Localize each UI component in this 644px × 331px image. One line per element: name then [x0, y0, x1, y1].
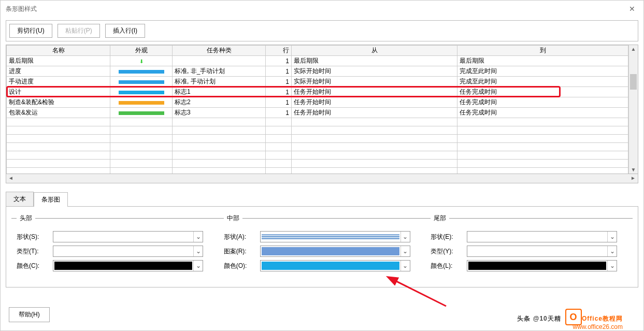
legend-head: 头部	[17, 214, 35, 223]
combo-tail-shape[interactable]: ⌄	[467, 231, 617, 242]
table-row[interactable]: 手动进度标准, 手动计划1实际开始时间完成至此时间	[7, 77, 628, 87]
help-button[interactable]: 帮助(H)	[9, 307, 50, 322]
table-row[interactable]	[7, 143, 628, 151]
watermark-url: www.office26.com	[573, 323, 623, 330]
col-header-to[interactable]: 到	[457, 46, 628, 56]
vertical-scrollbar[interactable]: ▲ ▼	[628, 45, 638, 174]
label-head-shape: 形状(S):	[17, 233, 53, 241]
scroll-left-icon[interactable]: ◄	[8, 175, 13, 181]
chevron-down-icon[interactable]: ⌄	[607, 261, 617, 271]
chevron-down-icon[interactable]: ⌄	[607, 246, 617, 256]
chevron-down-icon[interactable]: ⌄	[607, 232, 617, 242]
col-header-from[interactable]: 从	[292, 46, 457, 56]
table-row[interactable]	[7, 135, 628, 143]
chevron-down-icon[interactable]: ⌄	[193, 232, 203, 242]
arrow-down-icon: ⬇	[139, 59, 144, 64]
scroll-down-icon[interactable]: ▼	[629, 167, 638, 172]
col-header-name[interactable]: 名称	[7, 46, 110, 56]
legend-mid: 中部	[224, 214, 242, 223]
label-tail-color: 颜色(L):	[431, 262, 467, 270]
bar-styles-dialog: 条形图样式 ✕ 剪切行(U) 粘贴行(P) 插入行(I) 名称 外观 任务种类 …	[0, 0, 644, 331]
group-mid: 中部 形状(A): ⌄ 图案(R): ⌄ 颜色(O): ⌄	[219, 214, 426, 275]
dialog-footer: 帮助(H)	[9, 307, 50, 322]
bar-swatch	[119, 80, 164, 84]
table-row[interactable]: 设计标志11任务开始时间任务完成时间	[7, 87, 628, 97]
table-row[interactable]	[7, 118, 628, 126]
label-mid-color: 颜色(O):	[224, 262, 260, 270]
bar-swatch	[119, 91, 164, 94]
paste-row-button: 粘贴行(P)	[58, 24, 100, 38]
col-header-row[interactable]: 行	[266, 46, 292, 56]
toolbar: 剪切行(U) 粘贴行(P) 插入行(I)	[6, 20, 638, 41]
table-row[interactable]: 制造&装配&检验标志21任务开始时间任务完成时间	[7, 97, 628, 108]
label-tail-shape: 形状(E):	[431, 233, 467, 241]
group-head: 头部 形状(S): ⌄ 类型(T): ⌄ 颜色(C): ⌄	[11, 214, 219, 275]
table-row[interactable]	[7, 151, 628, 160]
tab-panel-bar: 头部 形状(S): ⌄ 类型(T): ⌄ 颜色(C): ⌄ 中部 形状(A): …	[6, 206, 638, 287]
insert-row-button[interactable]: 插入行(I)	[105, 24, 145, 38]
styles-grid-container: 名称 外观 任务种类 行 从 到 最后期限⬇1最后期限最后期限进度标准, 非_手…	[6, 45, 638, 174]
bar-swatch	[119, 101, 164, 105]
scroll-right-icon[interactable]: ►	[631, 175, 636, 181]
chevron-down-icon[interactable]: ⌄	[193, 246, 203, 256]
scroll-thumb[interactable]	[630, 74, 637, 90]
chevron-down-icon[interactable]: ⌄	[400, 232, 410, 242]
combo-mid-shape[interactable]: ⌄	[260, 231, 410, 242]
group-tail: 尾部 形状(E): ⌄ 类型(Y): ⌄ 颜色(L): ⌄	[425, 214, 633, 275]
label-head-type: 类型(T):	[17, 247, 53, 256]
combo-mid-color[interactable]: ⌄	[260, 260, 410, 271]
bar-swatch	[119, 70, 164, 74]
table-row[interactable]: 最后期限⬇1最后期限最后期限	[7, 56, 628, 66]
tab-text[interactable]: 文本	[6, 192, 34, 206]
col-header-type[interactable]: 任务种类	[173, 46, 266, 56]
table-row[interactable]	[7, 168, 628, 174]
combo-head-color[interactable]: ⌄	[53, 260, 203, 271]
cut-row-button[interactable]: 剪切行(U)	[9, 24, 52, 38]
col-header-appearance[interactable]: 外观	[110, 46, 173, 56]
horizontal-scrollbar[interactable]: ◄ ►	[6, 174, 638, 183]
titlebar: 条形图样式 ✕	[1, 1, 643, 17]
combo-head-type[interactable]: ⌄	[53, 246, 203, 257]
label-mid-shape: 形状(A):	[224, 233, 260, 241]
chevron-down-icon[interactable]: ⌄	[193, 261, 203, 271]
table-row[interactable]	[7, 160, 628, 168]
combo-head-shape[interactable]: ⌄	[53, 231, 203, 242]
legend-tail: 尾部	[431, 214, 449, 223]
label-mid-pattern: 图案(R):	[224, 247, 260, 256]
close-icon[interactable]: ✕	[626, 1, 638, 17]
detail-tabs: 文本 条形图	[6, 192, 638, 206]
styles-grid[interactable]: 名称 外观 任务种类 行 从 到 最后期限⬇1最后期限最后期限进度标准, 非_手…	[6, 45, 628, 174]
bar-swatch	[119, 111, 164, 115]
table-row[interactable]: 包装&发运标志31任务开始时间任务完成时间	[7, 108, 628, 118]
scroll-up-icon[interactable]: ▲	[629, 46, 638, 52]
label-tail-type: 类型(Y):	[431, 247, 467, 256]
combo-tail-type[interactable]: ⌄	[467, 246, 617, 257]
chevron-down-icon[interactable]: ⌄	[400, 261, 410, 271]
tab-bar[interactable]: 条形图	[34, 192, 68, 207]
chevron-down-icon[interactable]: ⌄	[400, 246, 410, 256]
dialog-title: 条形图样式	[6, 1, 37, 17]
label-head-color: 颜色(C):	[17, 262, 53, 270]
table-row[interactable]: 进度标准, 非_手动计划1实际开始时间完成至此时间	[7, 66, 628, 77]
combo-tail-color[interactable]: ⌄	[467, 260, 617, 271]
combo-mid-pattern[interactable]: ⌄	[260, 246, 410, 257]
table-row[interactable]	[7, 126, 628, 135]
